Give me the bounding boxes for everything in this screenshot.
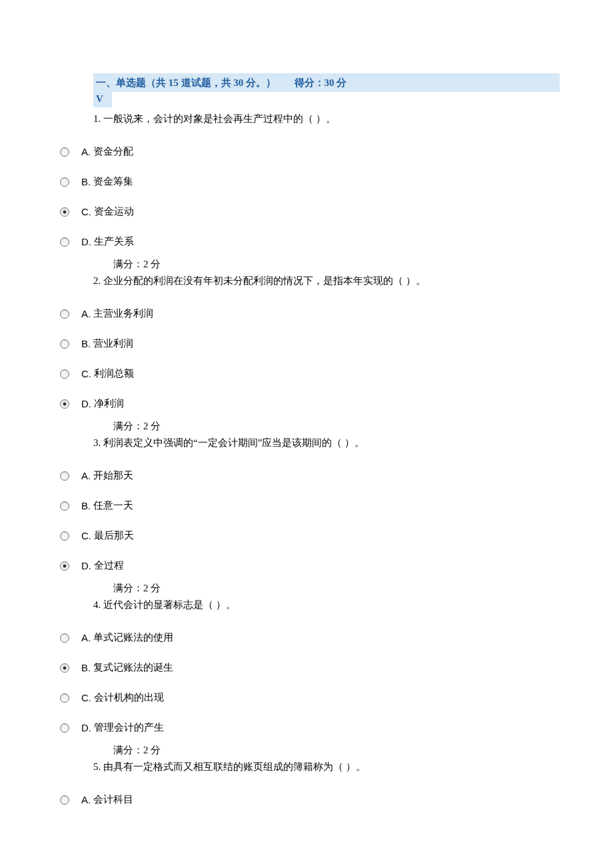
radio-icon[interactable] — [60, 147, 69, 157]
option-text: 复式记账法的诞生 — [93, 661, 173, 674]
header-v-mark: V — [93, 92, 112, 107]
option-text: 净利润 — [94, 397, 124, 410]
option-letter: B. — [81, 176, 91, 187]
option-text: 主营业务利润 — [93, 307, 153, 320]
radio-icon[interactable] — [60, 633, 69, 643]
option-row[interactable]: C. 利润总额 — [60, 367, 560, 380]
option-letter: C. — [81, 206, 91, 217]
full-score: 满分：2 分 — [113, 742, 560, 758]
option-text: 管理会计的产生 — [94, 721, 164, 734]
option-letter: B. — [81, 500, 91, 511]
question-number: 2. — [93, 275, 101, 286]
option-row[interactable]: D. 全过程 — [60, 559, 560, 572]
option-letter: C. — [81, 368, 91, 379]
option-letter: A. — [81, 470, 91, 481]
radio-icon[interactable] — [60, 399, 69, 409]
question-number: 4. — [93, 599, 101, 610]
question-text: 1. 一般说来，会计的对象是社会再生产过程中的（ ）。 — [93, 110, 560, 128]
option-row[interactable]: D. 生产关系 — [60, 235, 560, 248]
option-row[interactable]: D. 净利润 — [60, 397, 560, 410]
option-row[interactable]: A. 会计科目 — [60, 793, 560, 806]
option-text: 任意一天 — [93, 499, 133, 512]
option-letter: C. — [81, 530, 91, 541]
radio-icon[interactable] — [60, 237, 69, 247]
question-body: 近代会计的显著标志是（ ）。 — [103, 599, 236, 610]
option-row[interactable]: B. 资金筹集 — [60, 175, 560, 188]
question-text: 2. 企业分配的利润在没有年初未分配利润的情况下，是指本年实现的（ ）。 — [93, 272, 560, 290]
option-text: 会计机构的出现 — [94, 691, 164, 704]
radio-icon[interactable] — [60, 207, 69, 217]
radio-icon[interactable] — [60, 795, 69, 805]
radio-icon[interactable] — [60, 177, 69, 187]
option-row[interactable]: A. 开始那天 — [60, 469, 560, 482]
option-letter: B. — [81, 338, 91, 349]
full-score: 满分：2 分 — [113, 580, 560, 596]
option-row[interactable]: A. 主营业务利润 — [60, 307, 560, 320]
section-score: 得分：30 分 — [295, 77, 347, 88]
option-text: 开始那天 — [93, 469, 133, 482]
option-text: 最后那天 — [94, 529, 134, 542]
option-letter: A. — [81, 794, 91, 805]
full-score: 满分：2 分 — [113, 418, 560, 434]
radio-icon[interactable] — [60, 339, 69, 349]
option-text: 会计科目 — [93, 793, 133, 806]
radio-icon[interactable] — [60, 663, 69, 673]
option-text: 生产关系 — [94, 235, 134, 248]
option-text: 利润总额 — [94, 367, 134, 380]
option-letter: A. — [81, 632, 91, 643]
option-text: 全过程 — [94, 559, 124, 572]
option-letter: B. — [81, 662, 91, 673]
option-row[interactable]: B. 任意一天 — [60, 499, 560, 512]
option-row[interactable]: C. 会计机构的出现 — [60, 691, 560, 704]
question-text: 5. 由具有一定格式而又相互联结的账页组成的簿籍称为（ ）。 — [93, 758, 560, 776]
section-header: 一、单选题（共 15 道试题，共 30 分。） 得分：30 分 V — [93, 73, 560, 107]
option-row[interactable]: D. 管理会计的产生 — [60, 721, 560, 734]
radio-icon[interactable] — [60, 561, 69, 571]
option-text: 资金分配 — [93, 145, 133, 158]
option-letter: D. — [81, 722, 91, 733]
option-text: 单式记账法的使用 — [93, 631, 173, 644]
radio-icon[interactable] — [60, 693, 69, 703]
question-number: 1. — [93, 113, 101, 124]
question-body: 企业分配的利润在没有年初未分配利润的情况下，是指本年实现的（ ）。 — [103, 275, 426, 286]
option-text: 资金运动 — [94, 205, 134, 218]
radio-icon[interactable] — [60, 471, 69, 481]
option-row[interactable]: A. 单式记账法的使用 — [60, 631, 560, 644]
radio-icon[interactable] — [60, 531, 69, 541]
radio-icon[interactable] — [60, 501, 69, 511]
question-number: 3. — [93, 437, 101, 448]
full-score: 满分：2 分 — [113, 256, 560, 272]
question-number: 5. — [93, 761, 101, 772]
option-letter: A. — [81, 308, 91, 319]
option-row[interactable]: C. 最后那天 — [60, 529, 560, 542]
option-row[interactable]: C. 资金运动 — [60, 205, 560, 218]
option-text: 营业利润 — [93, 337, 133, 350]
question-body: 利润表定义中强调的“一定会计期间”应当是该期间的（ ）。 — [103, 437, 364, 448]
option-letter: D. — [81, 560, 91, 571]
question-text: 4. 近代会计的显著标志是（ ）。 — [93, 596, 560, 614]
option-letter: C. — [81, 692, 91, 703]
question-body: 由具有一定格式而又相互联结的账页组成的簿籍称为（ ）。 — [103, 761, 366, 772]
option-row[interactable]: B. 复式记账法的诞生 — [60, 661, 560, 674]
section-title: 一、单选题（共 15 道试题，共 30 分。） — [96, 77, 276, 88]
question-body: 一般说来，会计的对象是社会再生产过程中的（ ）。 — [103, 113, 336, 124]
page-container: 一、单选题（共 15 道试题，共 30 分。） 得分：30 分 V 1. 一般说… — [0, 73, 613, 833]
option-row[interactable]: B. 营业利润 — [60, 337, 560, 350]
question-text: 3. 利润表定义中强调的“一定会计期间”应当是该期间的（ ）。 — [93, 434, 560, 452]
section-title-line: 一、单选题（共 15 道试题，共 30 分。） 得分：30 分 — [93, 73, 560, 92]
option-text: 资金筹集 — [93, 175, 133, 188]
option-letter: D. — [81, 398, 91, 409]
option-letter: A. — [81, 146, 91, 157]
radio-icon[interactable] — [60, 369, 69, 379]
radio-icon[interactable] — [60, 723, 69, 733]
option-row[interactable]: A. 资金分配 — [60, 145, 560, 158]
radio-icon[interactable] — [60, 309, 69, 319]
option-letter: D. — [81, 236, 91, 247]
